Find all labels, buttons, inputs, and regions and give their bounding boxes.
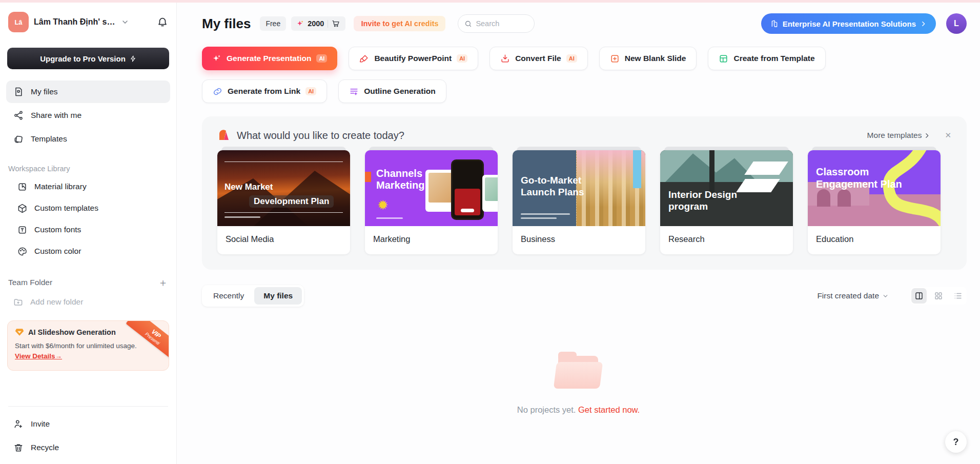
outline-generation-button[interactable]: Outline Generation [338,79,446,103]
button-label: Generate Presentation [227,54,311,63]
lightning-icon [130,55,136,63]
ai-badge: AI [457,54,467,63]
chevron-right-icon [920,21,927,27]
button-label: Generate from Link [228,87,300,96]
create-from-template-button[interactable]: Create from Template [708,47,825,70]
beautify-powerpoint-button[interactable]: Beautify PowerPoint AI [349,47,478,70]
search-input[interactable] [476,19,524,28]
user-avatar[interactable]: L [946,13,967,34]
button-label: New Blank Slide [625,54,686,63]
generate-presentation-button[interactable]: Generate Presentation AI [202,47,337,70]
template-cover: Interior Designprogram [660,150,793,226]
cover-title: New Market [224,182,273,192]
template-card-education[interactable]: ClassroomEngagement Plan Education [808,150,941,254]
new-blank-slide-button[interactable]: New Blank Slide [599,47,697,70]
board-view-button[interactable] [911,288,927,304]
cover-subtitle: Engagement Plan [816,178,902,190]
template-cards: New Market Development Plan Social Media [217,150,951,254]
templates-icon [13,134,24,144]
notification-bell-icon[interactable] [157,16,168,28]
quick-actions: Generate Presentation AI Beautify PowerP… [202,47,967,103]
sidebar-item-my-files[interactable]: My files [6,80,170,103]
credits-badge[interactable]: 2000 [291,16,345,31]
brush-icon [359,54,369,64]
get-started-link[interactable]: Get started now. [578,405,640,414]
sidebar-nav: My files Share with me Templates [0,79,176,151]
search-icon [464,20,472,28]
main-content: My files Free 2000 Invite to get AI cred… [177,3,980,464]
cube-icon [17,204,27,213]
empty-folder-icon [554,351,603,389]
plan-badge: Free [260,16,286,31]
credits-count: 2000 [308,19,324,28]
cover-subtitle: Marketing [376,179,424,191]
sidebar-item-custom-fonts[interactable]: Custom fonts [6,219,170,240]
ai-slideshow-promo-card: AI Slideshow Generation Start with $6/mo… [7,320,169,371]
template-card-business[interactable]: Go-to-MarketLaunch Plans Business [513,150,645,254]
gem-icon [15,328,24,336]
sidebar-item-templates[interactable]: Templates [6,128,170,150]
close-icon[interactable]: ✕ [945,131,951,140]
grid-view-button[interactable] [931,288,946,304]
sort-dropdown[interactable]: First created date [817,291,889,300]
add-team-folder-button[interactable]: ＋ [158,277,168,288]
person-plus-icon [13,419,24,429]
convert-file-button[interactable]: Convert File AI [489,47,588,70]
template-grid-icon [719,54,728,64]
badge-divider [328,20,328,28]
template-category: Business [513,226,645,254]
list-view-button[interactable] [950,288,966,304]
workspace-avatar: Lâ [8,12,29,32]
link-icon [213,87,222,96]
sidebar-item-label: Share with me [31,111,81,120]
sidebar-item-material-library[interactable]: Material library [6,176,170,197]
template-card-research[interactable]: Interior Designprogram Research [660,150,793,254]
template-category: Research [660,226,793,254]
workspace-library-heading: Workspace Library [8,165,168,173]
invite-credits-pill[interactable]: Invite to get AI credits [354,16,445,31]
files-tabs: Recently My files [202,285,304,307]
cover-title: Classroom [816,166,869,177]
search-box[interactable] [458,14,535,33]
banner-logo-icon [217,129,231,142]
ai-badge: AI [316,54,327,63]
ai-badge: AI [566,54,577,63]
sidebar-item-share-with-me[interactable]: Share with me [6,104,170,127]
sort-label: First created date [817,291,879,300]
template-card-social-media[interactable]: New Market Development Plan Social Media [217,150,350,254]
upgrade-pro-button[interactable]: Upgrade to Pro Version [7,48,169,69]
sidebar-item-custom-templates[interactable]: Custom templates [6,197,170,219]
sidebar-item-custom-color[interactable]: Custom color [6,240,170,262]
workspace-switcher[interactable]: Lâ Lâm Thanh Định' sp... [8,12,168,32]
sidebar-item-label: Templates [31,134,67,144]
cart-icon[interactable] [332,19,340,28]
template-category: Social Media [217,226,350,254]
button-label: Create from Template [733,54,814,63]
tab-recently[interactable]: Recently [204,287,253,305]
tab-my-files[interactable]: My files [254,287,302,305]
ai-badge: AI [305,87,316,95]
generate-from-link-button[interactable]: Generate from Link AI [202,79,327,103]
list-view-icon [953,291,963,300]
cover-title: Interior Design [668,189,737,200]
help-button[interactable]: ? [945,431,967,453]
view-details-link[interactable]: View Details→ [15,352,62,360]
sidebar-item-recycle[interactable]: Recycle [6,436,170,459]
cover-title: Channels [376,168,422,179]
enterprise-solutions-button[interactable]: Enterprise AI Presentation Solutions [761,13,936,34]
sidebar-item-invite[interactable]: Invite [6,413,170,435]
trash-icon [13,442,24,453]
empty-state-text: No projects yet. [517,405,576,414]
building-icon [770,19,779,28]
template-cover: Go-to-MarketLaunch Plans [513,150,645,226]
cover-subtitle: Launch Plans [521,187,584,197]
sparkle-icon [212,54,221,63]
team-folder-title: Team Folder [8,278,52,287]
sidebar-item-label: Custom templates [34,204,98,213]
add-new-folder-button[interactable]: Add new folder [6,291,170,313]
convert-file-icon [500,54,510,64]
template-card-marketing[interactable]: ChannelsMarketing ✹ Marketing [365,150,498,254]
button-label: Outline Generation [364,87,436,96]
template-category: Marketing [365,226,498,254]
more-templates-link[interactable]: More templates [867,131,931,140]
